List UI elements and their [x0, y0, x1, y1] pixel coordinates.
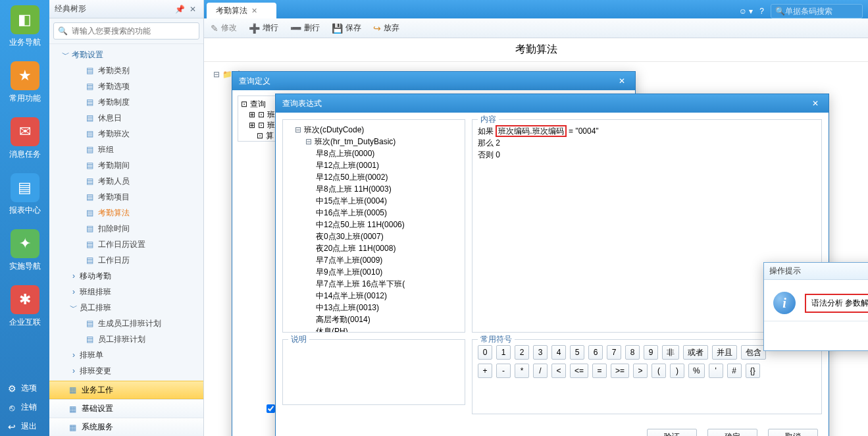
- symbol2-10[interactable]: ): [670, 364, 684, 378]
- tab-3[interactable]: 考勤算法✕: [207, 3, 276, 18]
- close-icon[interactable]: ✕: [615, 75, 628, 87]
- tree-item-8[interactable]: ▤考勤项目: [49, 189, 203, 205]
- symbol2-8[interactable]: >: [633, 364, 648, 378]
- field-leaf-11[interactable]: 早7点半上班 16点半下班(: [286, 278, 462, 290]
- tree-item-3[interactable]: ▤休息日: [49, 110, 203, 126]
- add-row-button[interactable]: ➕增行: [249, 22, 278, 34]
- field-leaf-1[interactable]: 早12点上班(0001): [286, 159, 462, 171]
- symbol-9[interactable]: 9: [644, 345, 658, 360]
- symbol-并且[interactable]: 并且: [712, 345, 737, 360]
- tree-item-7[interactable]: ▤考勤人员: [49, 173, 203, 189]
- field-leaf-3[interactable]: 早8点上班 11H(0003): [286, 183, 462, 195]
- symbol-0[interactable]: 0: [478, 345, 492, 360]
- field-tree[interactable]: ⊟班次(cDutyCode) ⊟班次(hr_tm_DutyBasic) 早8点上…: [283, 120, 465, 332]
- field-leaf-0[interactable]: 早8点上班(0000): [286, 148, 462, 159]
- rail-bottom-2[interactable]: ↩退出: [0, 417, 49, 436]
- field-leaf-13[interactable]: 中13点上班(0013): [286, 302, 462, 313]
- symbol2-0[interactable]: +: [478, 364, 492, 378]
- field-leaf-9[interactable]: 早7点半上班(0009): [286, 254, 462, 266]
- field-leaf-5[interactable]: 中16点半上班(0005): [286, 207, 462, 219]
- rail-item-3[interactable]: ▤报表中心: [0, 168, 49, 224]
- symbol-8[interactable]: 8: [625, 345, 640, 360]
- tree-item-10[interactable]: ▤扣除时间: [49, 221, 203, 236]
- symbol2-12[interactable]: ': [709, 364, 723, 378]
- rail-item-0[interactable]: ◧业务导航: [0, 0, 49, 56]
- field-leaf-7[interactable]: 夜0点30上班(0007): [286, 231, 462, 242]
- symbol2-14[interactable]: {}: [746, 364, 760, 378]
- symbol-1[interactable]: 1: [496, 345, 511, 360]
- delete-row-button[interactable]: ➖删行: [290, 22, 320, 34]
- symbol-2[interactable]: 2: [515, 345, 529, 360]
- tree-group-0[interactable]: ›移动考勤: [49, 268, 203, 284]
- field-leaf-14[interactable]: 高层考勤(0014): [286, 313, 462, 325]
- tree-group-1[interactable]: ›班组排班: [49, 284, 203, 300]
- symbol2-2[interactable]: *: [515, 364, 529, 378]
- symbol2-13[interactable]: #: [727, 364, 742, 378]
- expression-text[interactable]: 如果 班次编码.班次编码 = "0004" 那么 2 否则 0: [478, 125, 816, 161]
- tree-sub-0[interactable]: ▤生成员工排班计划: [49, 315, 203, 331]
- field-leaf-8[interactable]: 夜20点上班 11H(0008): [286, 242, 462, 254]
- tree-footer-0[interactable]: ▦业务工作: [49, 381, 203, 399]
- rail-item-2[interactable]: ✉消息任务: [0, 112, 49, 168]
- tree-item-1[interactable]: ▤考勤选项: [49, 78, 203, 94]
- dialog-title-bar[interactable]: 查询表达式 ✕: [276, 94, 829, 113]
- tree-root[interactable]: ﹀ 考勤设置: [49, 47, 203, 63]
- help-icon[interactable]: ?: [759, 7, 764, 16]
- tree-group2-1[interactable]: ›排班变更: [49, 363, 203, 379]
- tree-footer-1[interactable]: ▦基础设置: [49, 399, 203, 418]
- tree-search-box[interactable]: 🔍: [53, 22, 199, 40]
- symbol2-9[interactable]: (: [651, 364, 666, 378]
- field-leaf-10[interactable]: 早9点半上班(0010): [286, 266, 462, 278]
- symbol2-1[interactable]: -: [496, 364, 511, 378]
- field-leaf-4[interactable]: 中15点半上班(0004): [286, 195, 462, 207]
- tree-item-5[interactable]: ▤班组: [49, 142, 203, 157]
- ok-button[interactable]: 确定: [707, 429, 757, 436]
- tree-item-4[interactable]: ▤考勤班次: [49, 126, 203, 142]
- cancel-button[interactable]: 取消: [768, 429, 818, 436]
- message-box-title-bar[interactable]: 操作提示 ✕: [764, 263, 868, 280]
- tree-item-9[interactable]: ▤考勤算法: [49, 205, 203, 221]
- symbol2-6[interactable]: =: [592, 364, 607, 378]
- global-search-input[interactable]: [785, 7, 858, 16]
- by-name-checkbox[interactable]: [267, 404, 275, 413]
- pin-icon[interactable]: 📌: [174, 4, 185, 14]
- symbol-包含[interactable]: 包含: [741, 345, 766, 360]
- field-leaf-6[interactable]: 中12点50上班 11H(0006): [286, 219, 462, 231]
- close-icon[interactable]: ✕: [809, 97, 822, 109]
- rail-item-4[interactable]: ✦实施导航: [0, 224, 49, 280]
- symbol-7[interactable]: 7: [607, 345, 621, 360]
- modify-button[interactable]: ✎修改: [211, 22, 237, 34]
- tree-footer-2[interactable]: ▦系统服务: [49, 418, 203, 436]
- save-button[interactable]: 💾保存: [332, 22, 361, 34]
- symbol-非[interactable]: 非: [662, 345, 679, 360]
- rail-item-5[interactable]: ✱企业互联: [0, 280, 49, 336]
- field-leaf-15[interactable]: 休息(PH): [286, 325, 462, 332]
- discard-button[interactable]: ↪放弃: [373, 22, 399, 34]
- symbol2-4[interactable]: <: [551, 364, 566, 378]
- symbol2-5[interactable]: <=: [570, 364, 588, 378]
- tab-close-icon[interactable]: ✕: [251, 7, 257, 15]
- tree-sub-1[interactable]: ▤员工排班计划: [49, 331, 203, 347]
- rail-item-1[interactable]: ★常用功能: [0, 56, 49, 112]
- rail-bottom-1[interactable]: ⎋注销: [0, 398, 49, 417]
- tree-item-0[interactable]: ▤考勤类别: [49, 63, 203, 78]
- tree-search-input[interactable]: [72, 24, 195, 38]
- symbol-6[interactable]: 6: [588, 345, 603, 360]
- rail-bottom-0[interactable]: ⚙选项: [0, 379, 49, 398]
- symbol2-11[interactable]: %: [688, 364, 705, 378]
- symbol-4[interactable]: 4: [551, 345, 566, 360]
- tree-group-2[interactable]: ﹀员工排班: [49, 300, 203, 315]
- symbol2-3[interactable]: /: [533, 364, 548, 378]
- tree-close-icon[interactable]: ✕: [188, 4, 198, 14]
- global-search[interactable]: 🔍: [771, 4, 863, 18]
- symbol2-7[interactable]: >=: [611, 364, 629, 378]
- tree-group2-0[interactable]: ›排班单: [49, 347, 203, 363]
- field-leaf-2[interactable]: 早12点50上班(0002): [286, 171, 462, 183]
- symbol-3[interactable]: 3: [533, 345, 548, 360]
- tree-item-12[interactable]: ▤工作日历: [49, 252, 203, 268]
- smile-icon[interactable]: ☺ ▾: [739, 7, 753, 16]
- field-leaf-12[interactable]: 中14点半上班(0012): [286, 290, 462, 302]
- symbol-或者[interactable]: 或者: [683, 345, 708, 360]
- symbol-5[interactable]: 5: [570, 345, 584, 360]
- tree-item-11[interactable]: ▤工作日历设置: [49, 236, 203, 252]
